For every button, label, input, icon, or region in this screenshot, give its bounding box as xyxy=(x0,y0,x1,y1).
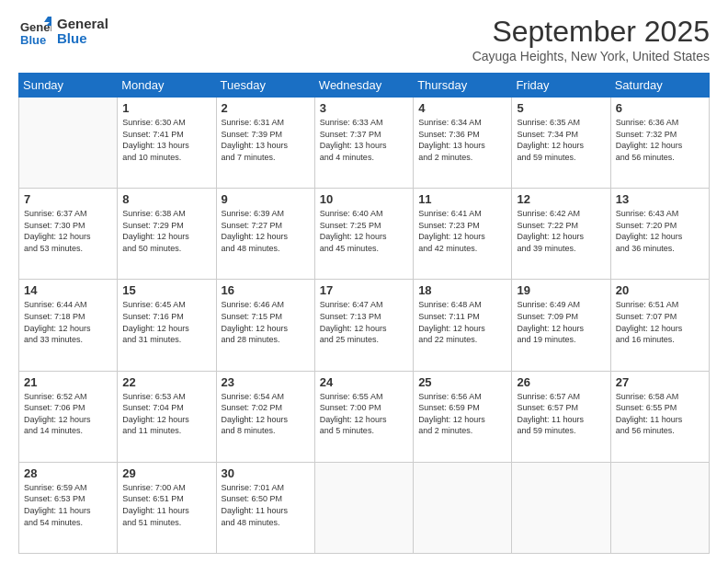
day-number: 5 xyxy=(517,101,605,115)
day-number: 13 xyxy=(616,192,704,206)
weekday-header-sunday: Sunday xyxy=(19,74,118,98)
calendar-cell: 28Sunrise: 6:59 AMSunset: 6:53 PMDayligh… xyxy=(19,462,118,553)
day-content: Sunrise: 6:35 AMSunset: 7:34 PMDaylight:… xyxy=(517,117,605,163)
day-content: Sunrise: 6:49 AMSunset: 7:09 PMDaylight:… xyxy=(517,299,605,345)
day-number: 14 xyxy=(24,283,112,297)
calendar-cell: 7Sunrise: 6:37 AMSunset: 7:30 PMDaylight… xyxy=(19,189,118,280)
day-number: 2 xyxy=(222,101,310,115)
calendar-cell: 12Sunrise: 6:42 AMSunset: 7:22 PMDayligh… xyxy=(512,189,610,280)
calendar-week-row: 7Sunrise: 6:37 AMSunset: 7:30 PMDaylight… xyxy=(19,189,710,280)
day-content: Sunrise: 6:54 AMSunset: 7:02 PMDaylight:… xyxy=(222,391,310,437)
calendar-cell xyxy=(414,462,512,553)
logo-general: General xyxy=(57,16,108,31)
calendar-cell: 25Sunrise: 6:56 AMSunset: 6:59 PMDayligh… xyxy=(414,371,512,462)
day-content: Sunrise: 6:37 AMSunset: 7:30 PMDaylight:… xyxy=(24,208,112,254)
day-content: Sunrise: 6:56 AMSunset: 6:59 PMDaylight:… xyxy=(418,391,506,437)
calendar-cell: 18Sunrise: 6:48 AMSunset: 7:11 PMDayligh… xyxy=(414,280,512,371)
calendar-cell: 10Sunrise: 6:40 AMSunset: 7:25 PMDayligh… xyxy=(314,189,413,280)
calendar-cell: 6Sunrise: 6:36 AMSunset: 7:32 PMDaylight… xyxy=(610,98,709,189)
svg-text:General: General xyxy=(20,20,51,34)
day-number: 15 xyxy=(122,283,210,297)
calendar-week-row: 21Sunrise: 6:52 AMSunset: 7:06 PMDayligh… xyxy=(19,371,710,462)
calendar-cell: 5Sunrise: 6:35 AMSunset: 7:34 PMDaylight… xyxy=(512,98,610,189)
day-content: Sunrise: 6:52 AMSunset: 7:06 PMDaylight:… xyxy=(24,391,112,437)
calendar-cell: 22Sunrise: 6:53 AMSunset: 7:04 PMDayligh… xyxy=(118,371,216,462)
day-number: 25 xyxy=(418,375,506,389)
calendar-cell: 9Sunrise: 6:39 AMSunset: 7:27 PMDaylight… xyxy=(216,189,314,280)
day-number: 23 xyxy=(222,375,310,389)
day-content: Sunrise: 6:58 AMSunset: 6:55 PMDaylight:… xyxy=(616,391,704,437)
calendar-week-row: 28Sunrise: 6:59 AMSunset: 6:53 PMDayligh… xyxy=(19,462,710,553)
day-number: 4 xyxy=(418,101,506,115)
day-number: 20 xyxy=(616,283,704,297)
day-number: 21 xyxy=(24,375,112,389)
calendar-cell: 24Sunrise: 6:55 AMSunset: 7:00 PMDayligh… xyxy=(314,371,413,462)
day-content: Sunrise: 6:57 AMSunset: 6:57 PMDaylight:… xyxy=(517,391,605,437)
day-number: 17 xyxy=(320,283,408,297)
calendar-table: SundayMondayTuesdayWednesdayThursdayFrid… xyxy=(18,73,710,554)
day-content: Sunrise: 6:48 AMSunset: 7:11 PMDaylight:… xyxy=(418,299,506,345)
day-number: 19 xyxy=(517,283,605,297)
weekday-header-thursday: Thursday xyxy=(414,74,512,98)
day-number: 18 xyxy=(418,283,506,297)
calendar-cell: 16Sunrise: 6:46 AMSunset: 7:15 PMDayligh… xyxy=(216,280,314,371)
calendar-cell: 15Sunrise: 6:45 AMSunset: 7:16 PMDayligh… xyxy=(118,280,216,371)
day-content: Sunrise: 6:38 AMSunset: 7:29 PMDaylight:… xyxy=(122,208,210,254)
logo-icon: General Blue xyxy=(18,15,51,48)
calendar-cell: 19Sunrise: 6:49 AMSunset: 7:09 PMDayligh… xyxy=(512,280,610,371)
day-content: Sunrise: 6:59 AMSunset: 6:53 PMDaylight:… xyxy=(24,482,112,528)
day-content: Sunrise: 6:31 AMSunset: 7:39 PMDaylight:… xyxy=(222,117,310,163)
calendar-cell: 20Sunrise: 6:51 AMSunset: 7:07 PMDayligh… xyxy=(610,280,709,371)
day-number: 30 xyxy=(222,466,310,480)
weekday-header-wednesday: Wednesday xyxy=(314,74,413,98)
calendar-cell: 8Sunrise: 6:38 AMSunset: 7:29 PMDaylight… xyxy=(118,189,216,280)
day-number: 24 xyxy=(320,375,408,389)
calendar-cell: 23Sunrise: 6:54 AMSunset: 7:02 PMDayligh… xyxy=(216,371,314,462)
day-number: 28 xyxy=(24,466,112,480)
day-content: Sunrise: 6:41 AMSunset: 7:23 PMDaylight:… xyxy=(418,208,506,254)
day-number: 7 xyxy=(24,192,112,206)
calendar-cell: 3Sunrise: 6:33 AMSunset: 7:37 PMDaylight… xyxy=(314,98,413,189)
day-content: Sunrise: 6:42 AMSunset: 7:22 PMDaylight:… xyxy=(517,208,605,254)
day-number: 29 xyxy=(122,466,210,480)
calendar-cell: 11Sunrise: 6:41 AMSunset: 7:23 PMDayligh… xyxy=(414,189,512,280)
day-content: Sunrise: 6:47 AMSunset: 7:13 PMDaylight:… xyxy=(320,299,408,345)
calendar-cell xyxy=(512,462,610,553)
day-number: 9 xyxy=(222,192,310,206)
calendar-cell: 17Sunrise: 6:47 AMSunset: 7:13 PMDayligh… xyxy=(314,280,413,371)
day-content: Sunrise: 6:51 AMSunset: 7:07 PMDaylight:… xyxy=(616,299,704,345)
logo-blue: Blue xyxy=(57,30,87,46)
page: General Blue General Blue September 2025… xyxy=(0,0,728,563)
calendar-week-row: 1Sunrise: 6:30 AMSunset: 7:41 PMDaylight… xyxy=(19,98,710,189)
header: General Blue General Blue September 2025… xyxy=(18,15,710,63)
day-content: Sunrise: 6:30 AMSunset: 7:41 PMDaylight:… xyxy=(122,117,210,163)
day-number: 12 xyxy=(517,192,605,206)
weekday-header-friday: Friday xyxy=(512,74,610,98)
calendar-cell xyxy=(314,462,413,553)
calendar-cell: 13Sunrise: 6:43 AMSunset: 7:20 PMDayligh… xyxy=(610,189,709,280)
day-number: 27 xyxy=(616,375,704,389)
logo: General Blue General Blue xyxy=(18,15,108,48)
calendar-cell xyxy=(19,98,118,189)
day-content: Sunrise: 6:55 AMSunset: 7:00 PMDaylight:… xyxy=(320,391,408,437)
day-number: 6 xyxy=(616,101,704,115)
calendar-cell: 30Sunrise: 7:01 AMSunset: 6:50 PMDayligh… xyxy=(216,462,314,553)
calendar-cell: 26Sunrise: 6:57 AMSunset: 6:57 PMDayligh… xyxy=(512,371,610,462)
day-content: Sunrise: 6:44 AMSunset: 7:18 PMDaylight:… xyxy=(24,299,112,345)
title-block: September 2025 Cayuga Heights, New York,… xyxy=(472,15,710,63)
day-number: 3 xyxy=(320,101,408,115)
month-title: September 2025 xyxy=(472,15,710,49)
day-content: Sunrise: 7:00 AMSunset: 6:51 PMDaylight:… xyxy=(122,482,210,528)
day-number: 11 xyxy=(418,192,506,206)
calendar-cell: 1Sunrise: 6:30 AMSunset: 7:41 PMDaylight… xyxy=(118,98,216,189)
day-number: 8 xyxy=(122,192,210,206)
svg-marker-2 xyxy=(44,17,51,22)
day-number: 10 xyxy=(320,192,408,206)
svg-text:Blue: Blue xyxy=(20,33,46,47)
calendar-cell: 2Sunrise: 6:31 AMSunset: 7:39 PMDaylight… xyxy=(216,98,314,189)
weekday-header-monday: Monday xyxy=(118,74,216,98)
weekday-header-row: SundayMondayTuesdayWednesdayThursdayFrid… xyxy=(19,74,710,98)
day-content: Sunrise: 6:46 AMSunset: 7:15 PMDaylight:… xyxy=(222,299,310,345)
calendar-cell: 29Sunrise: 7:00 AMSunset: 6:51 PMDayligh… xyxy=(118,462,216,553)
location-subtitle: Cayuga Heights, New York, United States xyxy=(472,49,710,63)
